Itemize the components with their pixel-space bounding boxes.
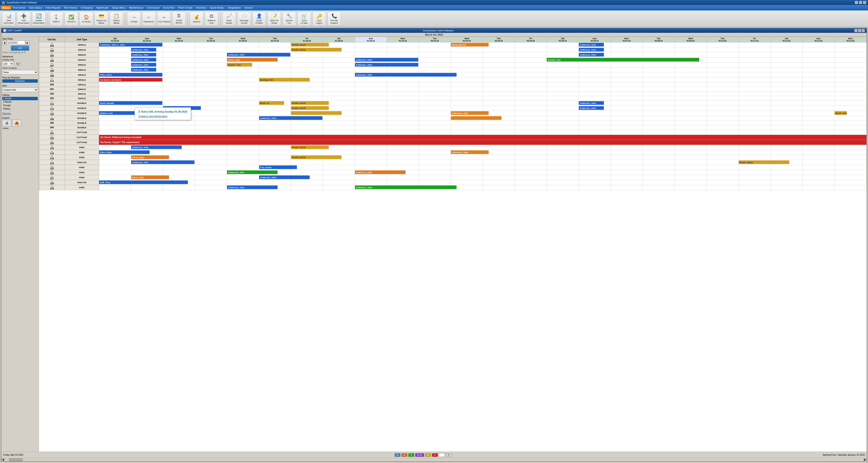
day-cell[interactable]: [739, 101, 771, 106]
day-cell[interactable]: [835, 87, 867, 92]
day-cell[interactable]: [643, 130, 675, 135]
day-cell[interactable]: [195, 78, 227, 83]
day-cell[interactable]: [707, 83, 738, 87]
maximize-btn[interactable]: □: [859, 1, 862, 4]
day-cell[interactable]: [739, 73, 771, 78]
day-cell[interactable]: [131, 83, 163, 87]
day-cell[interactable]: [227, 92, 259, 96]
day-cell[interactable]: [419, 52, 451, 57]
day-cell[interactable]: [419, 78, 451, 83]
reservation-bar[interactable]: Anderson, John: [451, 111, 489, 115]
table-row[interactable]: cc127KINGParisi, GaryAnderson, John: [39, 175, 867, 180]
day-cell[interactable]: [771, 73, 802, 78]
day-cell[interactable]: [195, 116, 227, 121]
day-cell[interactable]: [163, 42, 195, 48]
day-cell[interactable]: Anderson, John: [131, 145, 163, 150]
day-cell[interactable]: Perelli, David: [291, 101, 323, 106]
day-cell[interactable]: [323, 150, 355, 155]
day-cell[interactable]: [739, 106, 771, 111]
reservation-bar[interactable]: Duck, Donald: [99, 101, 162, 105]
day-cell[interactable]: [131, 170, 163, 175]
table-row[interactable]: cc123KINGTroy, Frank: [39, 165, 867, 170]
day-cell[interactable]: [802, 175, 834, 180]
day-cell[interactable]: [419, 42, 451, 48]
day-cell[interactable]: [483, 62, 515, 67]
day-cell[interactable]: [579, 62, 611, 67]
day-cell[interactable]: [739, 180, 771, 185]
day-cell[interactable]: [515, 180, 547, 185]
day-cell[interactable]: [611, 155, 643, 160]
day-cell[interactable]: [419, 145, 451, 150]
day-cell[interactable]: [195, 121, 227, 125]
day-cell[interactable]: [355, 125, 386, 130]
day-cell[interactable]: [99, 175, 131, 180]
day-cell[interactable]: [547, 170, 579, 175]
day-cell[interactable]: [835, 57, 867, 62]
day-cell[interactable]: [227, 67, 259, 73]
day-cell[interactable]: [227, 125, 259, 130]
day-cell[interactable]: [483, 121, 515, 125]
day-cell[interactable]: Bond, James: [739, 160, 771, 165]
day-cell[interactable]: [195, 67, 227, 73]
day-cell[interactable]: [675, 175, 707, 180]
day-cell[interactable]: [802, 111, 834, 116]
day-cell[interactable]: [355, 180, 386, 185]
day-cell[interactable]: [547, 52, 579, 57]
day-cell[interactable]: [291, 92, 323, 96]
close-btn[interactable]: ✕: [863, 1, 866, 4]
table-row[interactable]: 203SINGLE: [39, 96, 867, 101]
reservation-bar[interactable]: Anderson, John: [131, 53, 156, 57]
reservation-bar[interactable]: Anderson, John: [579, 43, 604, 47]
day-cell[interactable]: [451, 165, 483, 170]
day-cell[interactable]: [291, 170, 323, 175]
table-row[interactable]: cc104SINGLEAnderson, JohnAnderson, JohnA…: [39, 52, 867, 57]
day-cell[interactable]: [611, 83, 643, 87]
day-cell[interactable]: [259, 155, 291, 160]
day-cell[interactable]: [579, 78, 611, 83]
day-cell[interactable]: [675, 101, 707, 106]
scroll-thumb[interactable]: [9, 458, 23, 461]
day-cell[interactable]: [579, 185, 611, 190]
day-cell[interactable]: [291, 160, 323, 165]
day-cell[interactable]: [227, 106, 259, 111]
chart-3month[interactable]: 3 Month: [2, 100, 38, 104]
day-cell[interactable]: [323, 67, 355, 73]
day-cell[interactable]: [259, 73, 291, 78]
service-out-btn[interactable]: 🔧 ServiceOut: [282, 11, 296, 26]
day-cell[interactable]: [835, 125, 867, 130]
reservation-bar[interactable]: Fikis, Chris: [99, 73, 162, 77]
day-cell[interactable]: [707, 125, 738, 130]
reservation-bar[interactable]: Parisi, Gary: [131, 175, 169, 179]
day-cell[interactable]: [802, 83, 834, 87]
day-cell[interactable]: [227, 130, 259, 135]
reservation-bar[interactable]: Anderson, John: [131, 68, 156, 71]
day-cell[interactable]: [835, 180, 867, 185]
day-cell[interactable]: [579, 67, 611, 73]
day-cell[interactable]: [515, 185, 547, 190]
day-cell[interactable]: Anderson, John: [355, 62, 386, 67]
day-cell[interactable]: [802, 180, 834, 185]
day-cell[interactable]: [675, 116, 707, 121]
day-cell[interactable]: [515, 145, 547, 150]
day-cell[interactable]: [99, 57, 131, 62]
day-cell[interactable]: [483, 170, 515, 175]
day-cell[interactable]: [547, 87, 579, 92]
day-cell[interactable]: [195, 48, 227, 52]
day-cell[interactable]: [707, 155, 738, 160]
day-cell[interactable]: [547, 96, 579, 101]
day-cell[interactable]: [451, 96, 483, 101]
reservation-bar[interactable]: Perelli, David: [291, 155, 342, 159]
day-cell[interactable]: [227, 73, 259, 78]
day-cell[interactable]: Anderson, John: [259, 175, 291, 180]
table-row[interactable]: vc101COTTAGE: [39, 130, 867, 135]
day-cell[interactable]: [675, 73, 707, 78]
dash-board-btn[interactable]: 📈 DashBoard: [222, 11, 236, 26]
day-cell[interactable]: [99, 170, 131, 175]
day-cell[interactable]: [291, 111, 323, 116]
day-cell[interactable]: [675, 48, 707, 52]
day-cell[interactable]: [483, 92, 515, 96]
day-cell[interactable]: [835, 101, 867, 106]
day-cell[interactable]: [643, 92, 675, 96]
day-cell[interactable]: [163, 87, 195, 92]
inner-close-btn[interactable]: ✕: [862, 29, 865, 32]
